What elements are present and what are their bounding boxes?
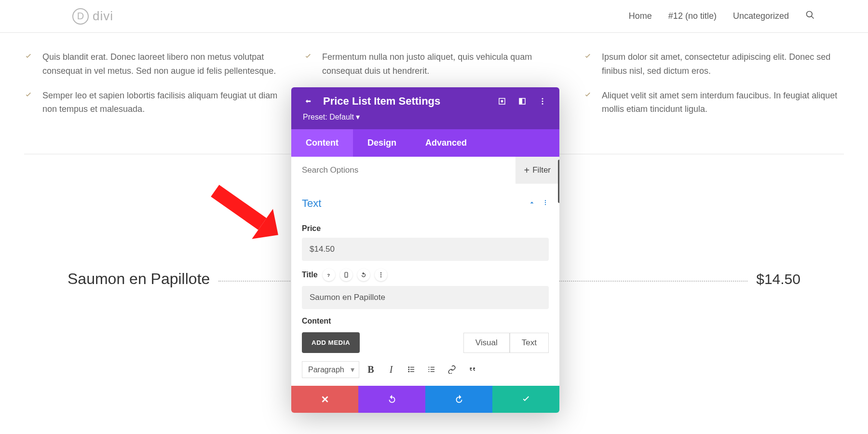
add-media-button[interactable]: ADD MEDIA [302,332,360,353]
settings-modal: Price List Item Settings Preset: Default… [291,87,559,413]
help-icon[interactable]: ? [323,269,335,281]
list-item: Semper leo et sapien lobortis facilisis … [24,89,285,117]
svg-point-15 [380,272,381,273]
nav-12[interactable]: #12 (no title) [668,11,717,21]
svg-rect-5 [519,98,522,104]
menu-item-title: Saumon en Papillote [68,270,210,288]
list-item: Fermentum nulla non justo aliquet, quis … [304,50,564,78]
check-icon [304,50,312,78]
modal-title: Price List Item Settings [323,95,487,108]
search-row: +Filter [291,157,559,184]
primary-nav: Home #12 (no title) Uncategorized [629,10,815,22]
svg-point-22 [408,371,409,372]
list-item: Aliquet velit sit amet sem interdum fauc… [583,89,844,117]
expand-icon[interactable] [497,96,507,107]
bullet-list-button[interactable] [403,361,420,378]
tab-advanced[interactable]: Advanced [411,129,481,157]
modal-body: Text Price Title ? Content ADD MEDIA Vis… [291,184,559,378]
list-item: Quis blandit erat. Donec laoreet libero … [24,50,285,78]
tab-text[interactable]: Text [510,333,549,353]
preset-dropdown[interactable]: Preset: Default ▾ [303,112,548,122]
tab-visual[interactable]: Visual [463,333,510,353]
title-label: Title ? [302,269,549,281]
svg-point-18 [408,366,409,368]
check-icon [24,89,33,117]
svg-point-11 [545,204,546,205]
save-button[interactable] [492,386,559,413]
modal-tabs: Content Design Advanced [291,129,559,157]
svg-point-8 [542,103,543,105]
svg-point-9 [545,200,546,201]
menu-item-price: $14.50 [756,271,800,287]
collapse-icon[interactable] [529,199,535,208]
link-button[interactable] [443,361,461,378]
snap-icon[interactable] [517,96,528,107]
svg-rect-26 [428,369,429,370]
redo-button[interactable] [425,386,492,413]
modal-header: Price List Item Settings Preset: Default… [291,87,559,129]
svg-point-10 [545,202,546,203]
svg-rect-3 [501,100,503,103]
logo[interactable]: D divi [72,8,113,25]
price-label: Price [302,224,549,233]
logo-mark: D [72,8,89,25]
modal-footer [291,386,559,413]
editor-toolbar: Paragraph B I [302,361,549,378]
undo-button[interactable] [358,386,425,413]
check-icon [24,50,33,78]
price-input[interactable] [302,238,549,261]
section-title: Text [302,197,321,210]
nav-uncategorized[interactable]: Uncategorized [733,11,789,21]
more-icon[interactable] [537,96,548,107]
section-more-icon[interactable] [542,199,549,208]
svg-rect-25 [431,367,434,368]
svg-point-6 [542,98,543,99]
number-list-button[interactable] [423,361,440,378]
svg-rect-28 [428,371,429,372]
title-input[interactable] [302,286,549,309]
svg-rect-27 [431,369,434,370]
nav-home[interactable]: Home [629,11,652,21]
back-icon[interactable] [303,96,313,107]
svg-rect-21 [410,369,414,370]
svg-point-20 [408,369,409,370]
check-icon [583,50,592,78]
tab-design[interactable]: Design [353,129,411,157]
svg-rect-29 [431,371,434,372]
content-label: Content [302,317,549,326]
list-item: Ipsum dolor sit amet, consectetur adipis… [583,50,844,78]
search-input[interactable] [291,157,515,184]
search-icon[interactable] [805,10,815,22]
svg-point-0 [807,12,813,17]
svg-point-17 [380,276,381,277]
svg-point-7 [542,101,543,102]
check-icon [583,89,592,117]
filter-button[interactable]: +Filter [515,157,559,184]
svg-rect-23 [410,371,414,372]
scrollbar[interactable] [558,160,559,203]
svg-text:?: ? [327,273,330,278]
quote-button[interactable] [463,361,481,378]
svg-rect-19 [410,367,414,368]
svg-point-14 [346,276,346,277]
tab-content[interactable]: Content [291,129,353,157]
close-button[interactable] [291,386,358,413]
top-bar: D divi Home #12 (no title) Uncategorized [0,0,868,33]
reset-icon[interactable] [357,269,370,281]
svg-point-16 [380,274,381,275]
responsive-icon[interactable] [340,269,353,281]
logo-text: divi [93,9,113,24]
italic-button[interactable]: I [382,361,400,378]
bold-button[interactable]: B [362,361,380,378]
title-more-icon[interactable] [375,269,387,281]
svg-rect-24 [428,367,429,368]
svg-line-1 [812,16,814,19]
paragraph-select[interactable]: Paragraph [302,361,359,378]
section-header[interactable]: Text [302,190,549,217]
